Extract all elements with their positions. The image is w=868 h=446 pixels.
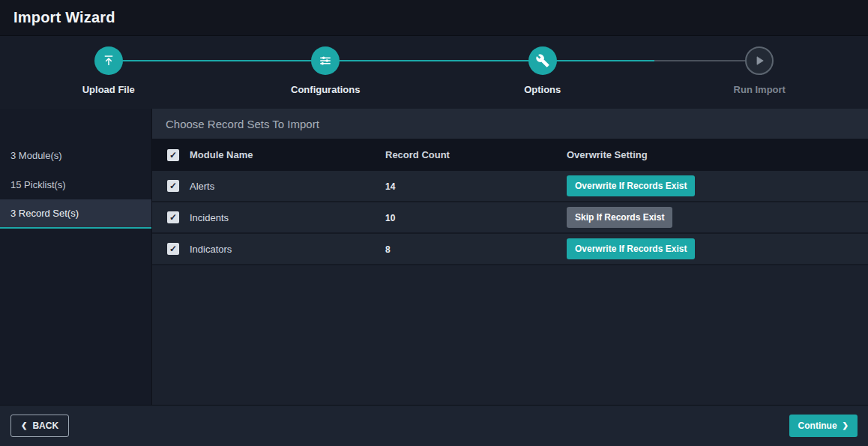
- import-sidebar: 3 Module(s) 15 Picklist(s) 3 Record Set(…: [0, 109, 152, 405]
- table-row: ✓ Incidents 10 Skip If Records Exist: [152, 202, 868, 234]
- sidebar-item-modules[interactable]: 3 Module(s): [0, 141, 151, 170]
- step-configurations: Configurations: [217, 36, 435, 109]
- column-header-module-name: Module Name: [179, 149, 385, 160]
- play-icon[interactable]: [745, 46, 774, 75]
- sidebar-item-record-sets-label: 3 Record Set(s): [10, 208, 79, 219]
- chevron-right-icon: ❯: [843, 422, 849, 430]
- select-all-checkbox[interactable]: ✓: [167, 149, 179, 161]
- module-name: Incidents: [179, 212, 385, 223]
- table-row: ✓ Indicators 8 Overwrite If Records Exis…: [152, 234, 868, 265]
- sidebar-item-modules-label: 3 Module(s): [10, 150, 62, 161]
- sliders-icon[interactable]: [311, 46, 340, 75]
- back-button[interactable]: ❮ BACK: [10, 415, 69, 437]
- table-row: ✓ Alerts 14 Overwrite If Records Exist: [152, 171, 868, 202]
- back-button-label: BACK: [32, 421, 58, 431]
- main-panel: Choose Record Sets To Import ✓ Module Na…: [152, 109, 868, 405]
- step-run-import: Run Import: [651, 36, 868, 109]
- sidebar-item-picklists-label: 15 Picklist(s): [10, 179, 66, 190]
- title-bar: Import Wizard: [0, 0, 868, 36]
- row-checkbox-indicators[interactable]: ✓: [167, 243, 179, 255]
- column-header-overwrite-setting: Overwrite Setting: [567, 149, 868, 160]
- step-label-configurations: Configurations: [291, 84, 360, 95]
- step-label-upload-file: Upload File: [82, 84, 135, 95]
- upload-icon[interactable]: [94, 46, 123, 75]
- continue-button[interactable]: Continue ❯: [789, 415, 858, 437]
- column-header-record-count: Record Count: [385, 149, 567, 160]
- row-checkbox-incidents[interactable]: ✓: [167, 211, 179, 223]
- step-label-run-import: Run Import: [734, 84, 786, 95]
- section-heading: Choose Record Sets To Import: [152, 109, 868, 139]
- step-upload-file: Upload File: [0, 36, 217, 109]
- overwrite-setting-button[interactable]: Overwrite If Records Exist: [567, 175, 695, 196]
- record-count: 14: [385, 181, 395, 192]
- sidebar-item-picklists[interactable]: 15 Picklist(s): [0, 170, 151, 199]
- step-label-options: Options: [524, 84, 561, 95]
- sidebar-item-record-sets[interactable]: 3 Record Set(s): [0, 199, 151, 229]
- record-count: 10: [385, 213, 395, 223]
- continue-button-label: Continue: [798, 421, 837, 431]
- record-count: 8: [385, 244, 391, 255]
- overwrite-setting-button[interactable]: Overwrite If Records Exist: [567, 238, 695, 259]
- row-checkbox-alerts[interactable]: ✓: [167, 180, 179, 192]
- step-options: Options: [434, 36, 651, 109]
- page-title: Import Wizard: [13, 9, 115, 26]
- module-name: Indicators: [179, 244, 385, 255]
- wizard-stepper: Upload File Configurations Options Run I…: [0, 36, 868, 109]
- module-name: Alerts: [179, 181, 385, 192]
- content-area: 3 Module(s) 15 Picklist(s) 3 Record Set(…: [0, 109, 868, 405]
- table-header-row: ✓ Module Name Record Count Overwrite Set…: [152, 139, 868, 171]
- overwrite-setting-button[interactable]: Skip If Records Exist: [567, 207, 672, 228]
- wizard-footer: ❮ BACK Continue ❯: [0, 405, 868, 446]
- chevron-left-icon: ❮: [21, 422, 27, 430]
- wrench-icon[interactable]: [528, 46, 557, 75]
